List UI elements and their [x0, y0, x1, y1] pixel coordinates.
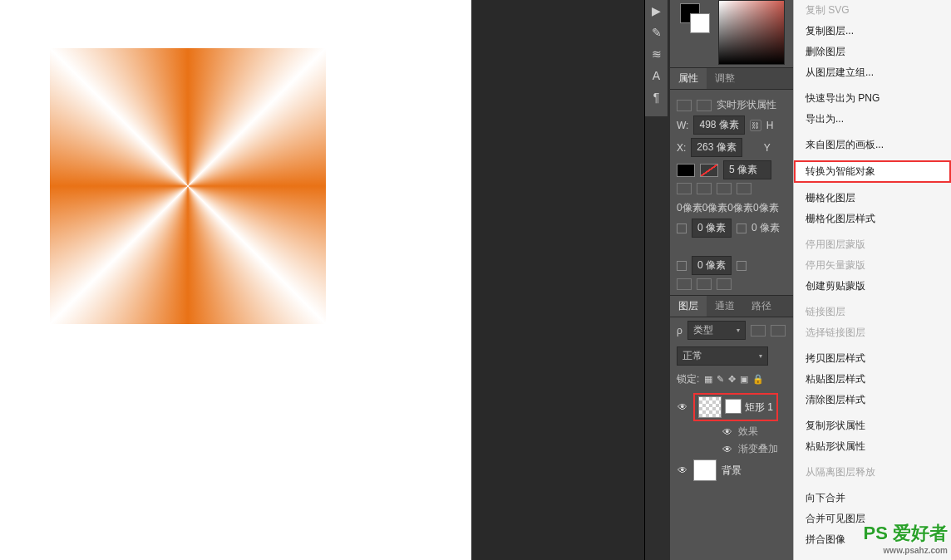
eye-icon[interactable]: 👁 — [677, 464, 688, 476]
ctx-create-clipping-mask[interactable]: 创建剪贴蒙版 — [794, 276, 951, 297]
ctx-no-color[interactable]: 无颜色 — [794, 555, 951, 560]
effects-label: 效果 — [738, 425, 758, 439]
lock-all-icon[interactable]: 🔒 — [752, 374, 764, 385]
tool-column: ▶ ✎ ≋ A ¶ — [645, 0, 668, 116]
h-label: H — [766, 120, 774, 131]
y-label: Y — [764, 142, 771, 154]
corner-tr-field[interactable]: 0 像素 — [751, 221, 780, 235]
x-field[interactable]: 263 像素 — [691, 138, 742, 157]
filter-type-dropdown[interactable]: 类型▾ — [687, 321, 746, 340]
tab-channels[interactable]: 通道 — [707, 296, 743, 317]
lock-icons: ▦ ✎ ✥ ▣ 🔒 — [704, 374, 764, 385]
layer-name-bg: 背景 — [722, 464, 742, 478]
ctx-flatten-image[interactable]: 拼合图像 — [794, 529, 951, 550]
lock-label: 锁定: — [677, 372, 699, 386]
stroke-corners-icon[interactable] — [737, 183, 751, 194]
ctx-group-from-layers[interactable]: 从图层建立组... — [794, 62, 951, 83]
background-swatch[interactable] — [690, 13, 710, 33]
ctx-disable-vector-mask: 停用矢量蒙版 — [794, 255, 951, 276]
corner-bl-check[interactable] — [677, 261, 687, 271]
ctx-export-as[interactable]: 导出为... — [794, 109, 951, 130]
stroke-swatch[interactable] — [700, 164, 718, 177]
tab-properties[interactable]: 属性 — [670, 68, 707, 89]
link-wh-icon[interactable]: ⛓ — [750, 120, 761, 131]
lock-transparent-icon[interactable]: ▦ — [704, 374, 712, 385]
corner-tl-field[interactable]: 0 像素 — [692, 219, 732, 238]
ctx-merge-down[interactable]: 向下合并 — [794, 488, 951, 508]
lock-pixels-icon[interactable]: ✎ — [717, 374, 724, 385]
lock-artboard-icon[interactable]: ▣ — [740, 374, 748, 385]
document-canvas[interactable] — [0, 0, 471, 560]
color-picker-canvas[interactable] — [718, 0, 785, 65]
lock-position-icon[interactable]: ✥ — [728, 374, 736, 385]
layer-thumb[interactable] — [698, 396, 722, 418]
layer-mask-thumb[interactable] — [725, 399, 742, 414]
ctx-paste-layer-style[interactable]: 粘贴图层样式 — [794, 369, 951, 390]
pathop-icon-3[interactable] — [717, 278, 732, 290]
fill-swatch[interactable] — [677, 164, 695, 177]
ctx-rasterize-layer[interactable]: 栅格化图层 — [794, 188, 951, 209]
corner-br-check[interactable] — [737, 261, 747, 271]
brush-settings-icon[interactable]: ✎ — [645, 22, 668, 43]
tab-adjustments[interactable]: 调整 — [707, 68, 743, 89]
eye-icon[interactable]: 👁 — [722, 426, 733, 438]
ctx-rasterize-style[interactable]: 栅格化图层样式 — [794, 209, 951, 229]
character-icon[interactable]: A — [645, 65, 668, 86]
w-label: W: — [677, 120, 688, 131]
mask-icon — [697, 100, 712, 111]
live-shape-title: 实时形状属性 — [717, 98, 776, 112]
pathop-icon-2[interactable] — [697, 278, 712, 290]
x-label: X: — [677, 142, 686, 154]
arrow-icon[interactable]: ▶ — [645, 0, 668, 22]
filter-rho-icon[interactable]: ρ — [677, 325, 682, 336]
ctx-delete-layer[interactable]: 删除图层 — [794, 42, 951, 62]
ctx-release-isolation: 从隔离图层释放 — [794, 462, 951, 483]
tab-layers[interactable]: 图层 — [670, 296, 707, 317]
corner-tr-check[interactable] — [737, 224, 747, 233]
eye-icon[interactable]: 👁 — [722, 444, 733, 455]
stroke-caps-icon[interactable] — [717, 183, 732, 194]
width-field[interactable]: 498 像素 — [693, 115, 744, 135]
paragraph-icon[interactable]: ¶ — [645, 86, 668, 108]
blend-mode-dropdown[interactable]: 正常▾ — [677, 346, 768, 366]
layer-context-menu: 复制 SVG 复制图层... 删除图层 从图层建立组... 快速导出为 PNG … — [793, 0, 951, 560]
stroke-align-icon[interactable] — [697, 183, 712, 194]
stroke-type-icon[interactable] — [677, 183, 692, 194]
corner-radius-summary: 0像素0像素0像素0像素 — [677, 201, 779, 215]
layer-thumb-bg[interactable] — [693, 459, 717, 481]
tab-paths[interactable]: 路径 — [743, 296, 780, 317]
ctx-duplicate-layer[interactable]: 复制图层... — [794, 21, 951, 42]
corner-tl-check[interactable] — [677, 224, 687, 233]
ctx-select-linked: 选择链接图层 — [794, 322, 951, 343]
brushes-icon[interactable]: ≋ — [645, 43, 668, 65]
eye-icon[interactable]: 👁 — [677, 401, 688, 413]
effect-name: 渐变叠加 — [738, 442, 778, 456]
layer-name-rect1: 矩形 1 — [745, 400, 773, 415]
ctx-disable-layer-mask: 停用图层蒙版 — [794, 234, 951, 255]
ctx-link-layers: 链接图层 — [794, 302, 951, 322]
ctx-copy-svg: 复制 SVG — [794, 0, 951, 21]
live-shape-icon — [677, 100, 692, 111]
corner-bl-field[interactable]: 0 像素 — [692, 256, 732, 275]
ctx-merge-visible[interactable]: 合并可见图层 — [794, 508, 951, 529]
ctx-copy-layer-style[interactable]: 拷贝图层样式 — [794, 348, 951, 369]
workspace-background — [471, 0, 645, 560]
filter-img-icon[interactable] — [751, 325, 766, 336]
ctx-quick-export-png[interactable]: 快速导出为 PNG — [794, 88, 951, 109]
filter-adj-icon[interactable] — [771, 325, 786, 336]
ctx-convert-smart-object[interactable]: 转换为智能对象 — [794, 160, 951, 183]
shape-rectangle-gradient[interactable] — [50, 48, 326, 324]
pathop-icon-1[interactable] — [677, 278, 692, 290]
stroke-width-field[interactable]: 5 像素 — [723, 160, 771, 179]
ctx-artboard-from-layers[interactable]: 来自图层的画板... — [794, 135, 951, 155]
ctx-clear-layer-style[interactable]: 清除图层样式 — [794, 390, 951, 410]
ctx-paste-shape-attr[interactable]: 粘贴形状属性 — [794, 436, 951, 457]
ctx-copy-shape-attr[interactable]: 复制形状属性 — [794, 415, 951, 436]
